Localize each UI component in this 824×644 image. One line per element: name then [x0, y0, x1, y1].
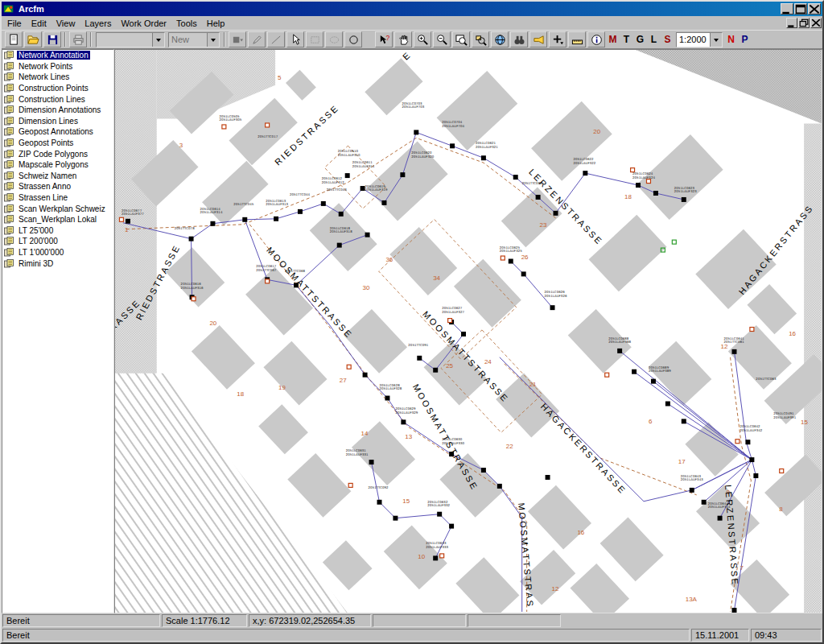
ellipse-tool-button[interactable] [325, 31, 343, 47]
network-annotation-label: 2051LAUF318 [330, 229, 352, 233]
building-footprint [202, 161, 268, 226]
layer-item-rimini-3d[interactable]: Rimini 3D [2, 258, 113, 269]
layer-item-zip-code-polygons[interactable]: ZIP Code Polygons [2, 148, 113, 159]
world-button[interactable] [491, 31, 509, 47]
print-button[interactable] [69, 31, 87, 47]
zoom-selected-button[interactable] [472, 31, 489, 47]
network-point [210, 221, 215, 226]
l-button[interactable]: L [648, 31, 660, 47]
layer-item-dimension-lines[interactable]: Dimension Lines [2, 116, 113, 127]
color-picker-button[interactable] [229, 31, 246, 47]
geopost-point [672, 240, 676, 244]
layer-item-construction-points[interactable]: Construction Points [2, 83, 113, 94]
network-annotation-label: 2051LAUF703 [402, 105, 424, 109]
workorder-combobox[interactable]: New [168, 32, 220, 47]
t-button[interactable]: T [620, 31, 632, 47]
network-annotation-label: 2051LAUF325 [500, 249, 522, 253]
network-point [385, 396, 389, 401]
zoom-full-button[interactable] [452, 31, 470, 47]
menu-tools[interactable]: Tools [171, 18, 202, 29]
info-button[interactable] [587, 31, 605, 47]
flash-button[interactable] [529, 31, 547, 47]
network-point [513, 175, 518, 180]
line-tool-button[interactable] [267, 31, 285, 47]
maximize-button[interactable] [794, 3, 807, 14]
layer-item-geopost-annotations[interactable]: Geopost Annotations [2, 126, 113, 138]
mdi-minimize-button[interactable] [786, 18, 797, 28]
pan-button[interactable] [394, 31, 412, 47]
layer-item-mapscale-polygons[interactable]: Mapscale Polygons [2, 159, 113, 171]
menu-view[interactable]: View [52, 18, 80, 29]
mdi-close-button[interactable] [810, 18, 822, 28]
select-arrow-icon [290, 34, 302, 46]
combo-dropdown-arrow-icon[interactable] [710, 33, 722, 47]
zoom-out-button[interactable] [433, 31, 451, 47]
layer-item-lt-25-000[interactable]: LT 25'000 [2, 225, 113, 237]
menu-work-order[interactable]: Work Order [116, 18, 171, 29]
layer-item-scan-werkplan-schweiz[interactable]: Scan Werkplan Schweiz [2, 203, 113, 214]
status-coordinates: x,y: 672319.02,252654.35 [249, 614, 371, 627]
house-number-label: 26 [521, 254, 529, 262]
layer-item-lt-200-000[interactable]: LT 200'000 [2, 236, 113, 247]
building-footprint [454, 259, 521, 328]
m-button[interactable]: M [607, 31, 619, 47]
layer-item-geopost-points[interactable]: Geopost Points [2, 138, 113, 149]
map-canvas[interactable]: 2051LC05052051LAUF3052051TTC0172051LC070… [115, 50, 822, 613]
menu-layers[interactable]: Layers [80, 18, 116, 29]
new-button[interactable] [5, 31, 23, 47]
select-tool-button[interactable] [286, 31, 304, 47]
layer-item-scan-werkplan-lokal[interactable]: Scan_Werkplan Lokal [2, 214, 113, 225]
network-annotation-label: 2051LAUF343 [681, 477, 703, 481]
network-point [682, 197, 686, 202]
layer-label: LT 25'000 [17, 226, 55, 235]
layer-item-dimension-annotations[interactable]: Dimension Annotations [2, 105, 113, 116]
symbol-combobox[interactable] [96, 32, 165, 47]
status-ready: Bereit [2, 614, 160, 627]
title-bar[interactable]: Arcfm [2, 2, 822, 16]
layer-item-strassen-line[interactable]: Strassen Line [2, 192, 113, 204]
scale-combobox[interactable]: 1:2000 [676, 32, 723, 47]
menu-help[interactable]: Help [202, 18, 230, 29]
layer-item-network-lines[interactable]: Network Lines [2, 72, 113, 83]
layer-item-network-annotation[interactable]: Network Annotation [2, 50, 113, 61]
house-number-label: 20 [209, 320, 216, 327]
save-button[interactable] [43, 31, 61, 47]
menu-file[interactable]: File [2, 18, 27, 29]
network-point [461, 332, 466, 336]
layer-item-network-points[interactable]: Network Points [2, 61, 113, 72]
layer-item-strassen-anno[interactable]: Strassen Anno [2, 181, 113, 192]
close-button[interactable] [808, 3, 821, 14]
app-icon [3, 3, 16, 14]
building-footprint [344, 309, 407, 374]
p-button[interactable]: P [739, 31, 751, 47]
network-annotation-label: 2051LAUF342 [740, 428, 762, 432]
n-button[interactable]: N [725, 31, 737, 47]
circle-tool-button[interactable] [344, 31, 362, 47]
building-footprint [455, 557, 519, 613]
layer-label: Rimini 3D [17, 259, 55, 268]
add-feature-button[interactable] [549, 31, 566, 47]
hydrant-point [347, 365, 351, 369]
measure-button[interactable] [568, 31, 586, 47]
find-button[interactable] [510, 31, 528, 47]
minimize-button[interactable] [781, 3, 793, 14]
pencil-tool-button[interactable] [248, 31, 266, 47]
map-view[interactable]: 2051LC05052051LAUF3052051TTC0172051LC070… [114, 49, 822, 613]
layer-item-lt-1-000-000[interactable]: LT 1'000'000 [2, 247, 113, 258]
house-number-label: 10 [418, 553, 425, 560]
g-button[interactable]: G [634, 31, 646, 47]
open-button[interactable] [24, 31, 42, 47]
menu-edit[interactable]: Edit [27, 18, 52, 29]
combo-dropdown-arrow-icon[interactable] [207, 33, 219, 47]
house-number-label: 18 [624, 193, 632, 200]
combo-dropdown-arrow-icon[interactable] [152, 33, 164, 47]
s-button[interactable]: S [661, 31, 674, 47]
layer-item-schweiz-namen[interactable]: Schweiz Namen [2, 171, 113, 182]
rectangle-tool-button[interactable] [306, 31, 323, 47]
layer-label: Dimension Annotations [17, 105, 102, 114]
identify-button[interactable]: ? [375, 31, 393, 47]
zoom-in-button[interactable] [414, 31, 431, 47]
house-number-label: 6 [649, 418, 653, 425]
mdi-restore-button[interactable] [798, 18, 810, 28]
layer-item-construction-lines[interactable]: Construction Lines [2, 93, 113, 105]
